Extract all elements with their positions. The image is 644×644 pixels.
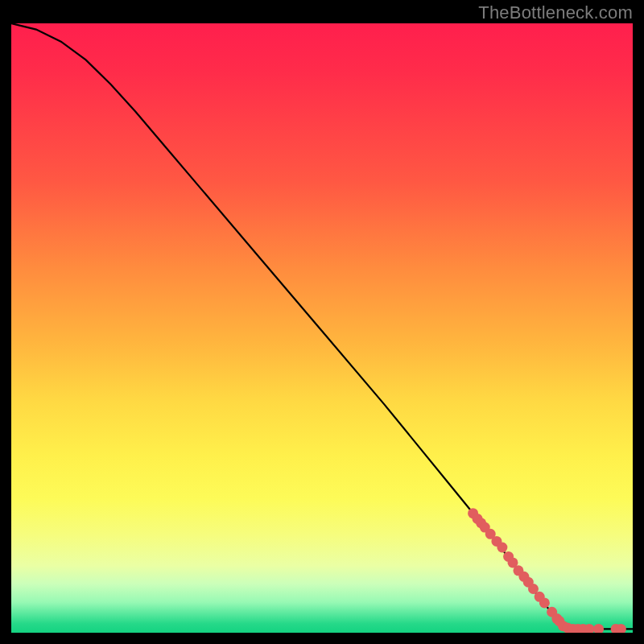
data-marker	[593, 624, 604, 633]
watermark-text: TheBottleneck.com	[478, 2, 633, 23]
data-markers	[468, 508, 626, 633]
plot-area	[11, 23, 633, 633]
data-marker	[539, 597, 550, 608]
data-marker	[497, 543, 507, 553]
bottleneck-curve	[11, 23, 633, 629]
chart-root: TheBottleneck.com	[0, 0, 644, 644]
chart-svg	[11, 23, 633, 633]
